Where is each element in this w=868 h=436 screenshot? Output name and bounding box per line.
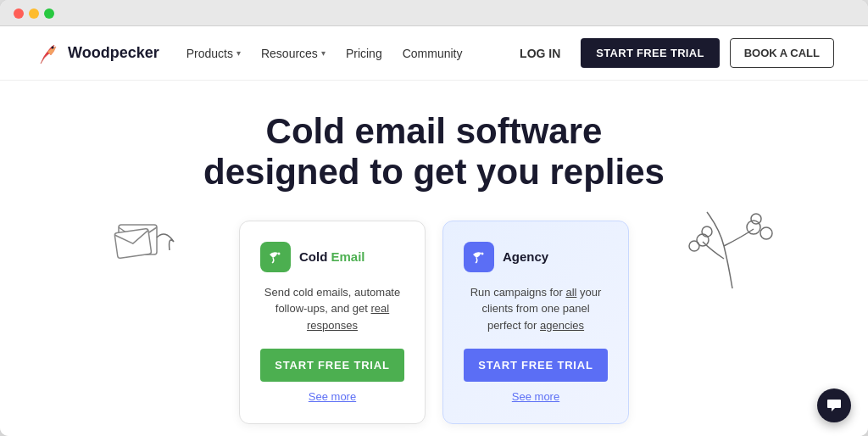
browser-chrome — [0, 0, 868, 26]
nav-pricing[interactable]: Pricing — [346, 47, 382, 60]
deco-tree-icon — [682, 195, 775, 297]
traffic-light-green[interactable] — [44, 8, 54, 19]
chevron-down-icon: ▾ — [236, 48, 241, 58]
nav-community[interactable]: Community — [403, 47, 463, 60]
svg-point-0 — [52, 46, 54, 48]
cold-email-see-more-link[interactable]: See more — [260, 390, 404, 403]
browser-content: Woodpecker Products ▾ Resources ▾ Pricin… — [0, 26, 868, 436]
deco-envelope-icon — [110, 212, 195, 280]
agency-see-more-link[interactable]: See more — [464, 390, 608, 403]
agency-card: Agency Run campaigns for all your client… — [442, 221, 629, 425]
cold-email-card-desc: Send cold emails, automate follow-ups, a… — [260, 284, 404, 334]
start-trial-nav-button[interactable]: START FREE TRIAL — [581, 38, 719, 68]
navbar: Woodpecker Products ▾ Resources ▾ Pricin… — [0, 26, 868, 81]
svg-point-8 — [689, 241, 699, 251]
cold-email-card-header: Cold Email — [260, 242, 404, 272]
cold-email-trial-button[interactable]: START FREE TRIAL — [260, 349, 404, 382]
agency-trial-button[interactable]: START FREE TRIAL — [464, 349, 608, 382]
login-button[interactable]: LOG IN — [509, 40, 570, 67]
nav-links: Products ▾ Resources ▾ Pricing Community — [186, 47, 509, 60]
cold-email-card: Cold Email Send cold emails, automate fo… — [239, 221, 426, 425]
svg-point-9 — [278, 252, 281, 254]
agency-card-title: Agency — [503, 249, 548, 264]
hero-title: Cold email software designed to get you … — [17, 111, 851, 193]
traffic-light-red[interactable] — [14, 8, 24, 19]
logo-text: Woodpecker — [68, 44, 159, 62]
woodpecker-logo-icon — [34, 40, 61, 67]
agency-icon — [464, 242, 494, 272]
traffic-light-yellow[interactable] — [29, 8, 39, 19]
chat-fab-button[interactable] — [817, 388, 851, 422]
nav-actions: LOG IN START FREE TRIAL BOOK A CALL — [509, 38, 834, 68]
agency-card-header: Agency — [464, 242, 608, 272]
agency-card-desc: Run campaigns for all your clients from … — [464, 284, 608, 334]
logo-area[interactable]: Woodpecker — [34, 40, 159, 67]
book-call-button[interactable]: BOOK A CALL — [730, 38, 834, 68]
svg-point-4 — [751, 214, 761, 224]
svg-point-5 — [760, 227, 772, 239]
hero-section: Cold email software designed to get you … — [0, 81, 868, 436]
nav-products[interactable]: Products ▾ — [186, 47, 241, 60]
nav-resources[interactable]: Resources ▾ — [261, 47, 326, 60]
cold-email-icon — [260, 242, 291, 272]
cold-email-card-title: Cold Email — [299, 249, 365, 264]
traffic-lights — [14, 8, 54, 19]
chevron-down-icon: ▾ — [321, 48, 326, 58]
svg-point-10 — [481, 252, 484, 254]
cards-container: Cold Email Send cold emails, automate fo… — [17, 221, 851, 425]
